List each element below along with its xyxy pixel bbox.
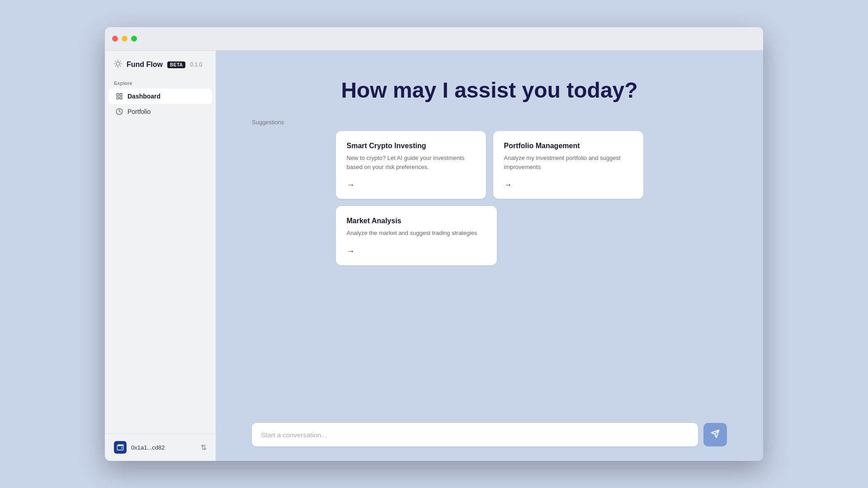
traffic-lights [112, 36, 137, 42]
sidebar-item-dashboard[interactable]: Dashboard [108, 89, 212, 104]
explore-label: Explore [105, 73, 216, 89]
cards-row-2: Market Analysis Analyze the market and s… [336, 206, 643, 265]
chevron-updown-icon[interactable]: ⇅ [201, 443, 207, 452]
maximize-button[interactable] [131, 36, 137, 42]
page-heading: How may I assist you today? [341, 78, 637, 103]
sidebar-item-dashboard-label: Dashboard [127, 93, 160, 100]
card-portfolio-management-arrow: → [504, 180, 632, 190]
svg-line-8 [120, 61, 121, 61]
card-smart-crypto-title: Smart Crypto Investing [347, 142, 475, 150]
app-body: Fund Flow BETA 0.1.0 Explore Dashboard [105, 51, 763, 461]
close-button[interactable] [112, 36, 118, 42]
sidebar-footer: 0x1a1...cd82 ⇅ [105, 433, 216, 461]
grid-icon [116, 93, 123, 100]
app-window: Fund Flow BETA 0.1.0 Explore Dashboard [105, 27, 763, 461]
conversation-input[interactable] [252, 423, 698, 446]
sidebar-header: Fund Flow BETA 0.1.0 [105, 51, 216, 73]
svg-rect-11 [117, 97, 119, 99]
sidebar: Fund Flow BETA 0.1.0 Explore Dashboard [105, 51, 216, 461]
svg-point-14 [121, 447, 122, 448]
wallet-icon [114, 441, 127, 454]
cards-container: Smart Crypto Investing New to crypto? Le… [336, 131, 643, 272]
portfolio-icon [116, 108, 123, 115]
suggestions-label: Suggestions [252, 119, 559, 126]
svg-point-0 [116, 62, 120, 66]
beta-badge: BETA [167, 61, 185, 68]
card-market-analysis-desc: Analyze the market and suggest trading s… [347, 229, 486, 238]
svg-rect-9 [117, 94, 119, 96]
svg-rect-12 [120, 97, 122, 99]
svg-rect-10 [120, 94, 122, 96]
card-smart-crypto-arrow: → [347, 180, 475, 190]
content-area: How may I assist you today? Suggestions … [216, 51, 763, 416]
sun-icon [114, 60, 122, 70]
app-name: Fund Flow [127, 61, 163, 69]
card-portfolio-management[interactable]: Portfolio Management Analyze my investme… [493, 131, 643, 199]
svg-line-3 [115, 61, 116, 61]
sidebar-item-portfolio[interactable]: Portfolio [108, 104, 212, 119]
svg-line-7 [115, 66, 116, 66]
card-portfolio-management-title: Portfolio Management [504, 142, 632, 150]
wallet-address: 0x1a1...cd82 [131, 444, 196, 451]
card-portfolio-management-desc: Analyze my investment portfolio and sugg… [504, 154, 632, 171]
svg-line-4 [120, 66, 121, 66]
send-button[interactable] [703, 423, 727, 446]
send-icon [711, 429, 720, 441]
card-market-analysis[interactable]: Market Analysis Analyze the market and s… [336, 206, 497, 265]
version-text: 0.1.0 [190, 61, 202, 68]
minimize-button[interactable] [122, 36, 127, 42]
card-smart-crypto-desc: New to crypto? Let AI guide your investm… [347, 154, 475, 171]
card-market-analysis-title: Market Analysis [347, 217, 486, 225]
cards-row-1: Smart Crypto Investing New to crypto? Le… [336, 131, 643, 199]
sidebar-item-portfolio-label: Portfolio [127, 108, 151, 115]
input-bar [216, 416, 763, 461]
card-market-analysis-arrow: → [347, 247, 486, 256]
main-content: How may I assist you today? Suggestions … [216, 51, 763, 461]
card-smart-crypto[interactable]: Smart Crypto Investing New to crypto? Le… [336, 131, 486, 199]
titlebar [105, 27, 763, 51]
